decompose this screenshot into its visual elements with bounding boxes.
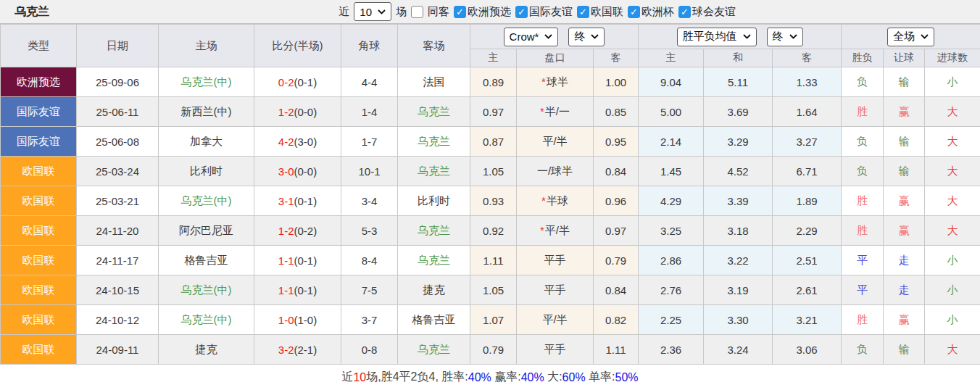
cell-handicap: 平/半 xyxy=(517,305,594,335)
cell-score: 1-1(0-1) xyxy=(254,246,341,275)
cell-result-wdl: 胜 xyxy=(842,186,884,216)
cell-odds-home: 1.07 xyxy=(470,305,517,335)
cell-handicap: 一/球半 xyxy=(517,157,594,186)
cell-home: 乌克兰(中) xyxy=(159,305,254,335)
fulltime-score: 3-2 xyxy=(278,344,294,356)
check-icon: ✓ xyxy=(681,7,689,17)
cell-odds-away: 0.96 xyxy=(594,186,639,216)
chevron-down-icon xyxy=(743,34,751,39)
match-row: 欧国联25-03-21乌克兰(中)3-1(0-1)3-4比利时0.93*半球0.… xyxy=(1,186,980,216)
match-row: 欧国联25-03-24比利时3-0(0-0)10-1乌克兰1.05一/球半0.8… xyxy=(1,157,980,186)
summary-segment: 胜率: xyxy=(441,370,468,385)
chevron-down-icon xyxy=(378,9,386,14)
cell-result-wdl: 胜 xyxy=(842,216,884,246)
filter-intl-friendly[interactable]: ✓ 国际友谊 xyxy=(515,5,573,19)
filter-euro-qualifiers[interactable]: ✓ 欧洲预选 xyxy=(454,5,511,19)
chevron-down-icon xyxy=(921,34,929,39)
cell-score: 3-0(0-0) xyxy=(254,157,341,186)
recent-count-select[interactable]: 10 xyxy=(354,2,391,21)
cell-odds-home: 0.79 xyxy=(470,335,517,365)
cell-away: 乌克兰 xyxy=(398,335,470,365)
nations-league-checkbox[interactable]: ✓ xyxy=(577,6,589,18)
cell-corner: 5-3 xyxy=(341,216,398,246)
cell-score: 1-0(1-0) xyxy=(254,305,341,335)
avg-state-select-value: 终 xyxy=(773,30,784,43)
cell-away: 乌克兰 xyxy=(398,216,470,246)
cell-home: 乌克兰(中) xyxy=(159,275,254,305)
filter-nations-league[interactable]: ✓ 欧国联 xyxy=(577,5,623,19)
match-table-body: 欧洲预选25-09-06乌克兰(中)0-2(0-1)4-4法国0.89*球半1.… xyxy=(1,67,980,365)
cell-handicap: 平手 xyxy=(517,246,594,275)
handicap-text: 平手 xyxy=(544,343,566,355)
cell-corner: 1-7 xyxy=(341,127,398,157)
odds-state-select[interactable]: 终 xyxy=(568,28,605,46)
cell-date: 25-03-24 xyxy=(77,157,159,186)
cell-corner: 1-4 xyxy=(341,97,398,127)
scope-select[interactable]: 全场 xyxy=(887,28,934,46)
star-icon: * xyxy=(541,194,546,207)
cell-result-wdl: 负 xyxy=(842,67,884,97)
subcol-avg-draw: 和 xyxy=(704,49,773,67)
cell-score: 4-2(3-0) xyxy=(254,127,341,157)
cell-avg-draw: 3.19 xyxy=(704,275,773,305)
cell-home: 阿尔巴尼亚 xyxy=(159,216,254,246)
halftime-score: (0-1) xyxy=(294,76,317,88)
summary-segment: 大: xyxy=(544,370,562,385)
recent-count-value: 10 xyxy=(360,6,372,18)
summary-segment: 40% xyxy=(521,371,544,384)
col-score: 比分(半场) xyxy=(254,25,341,67)
bookmaker-select-value: Crow* xyxy=(510,30,539,43)
cell-avg-lose: 3.27 xyxy=(773,127,842,157)
avg-type-select[interactable]: 胜平负均值 xyxy=(677,28,757,46)
cell-odds-away: 1.00 xyxy=(594,67,639,97)
same-away-checkbox[interactable] xyxy=(411,6,423,18)
filter-club-friendly[interactable]: ✓ 球会友谊 xyxy=(678,5,736,19)
cell-result-wdl: 负 xyxy=(842,335,884,365)
club-friendly-checkbox[interactable]: ✓ xyxy=(678,6,691,18)
cell-result-let: 走 xyxy=(884,275,925,305)
check-icon: ✓ xyxy=(518,7,526,17)
cell-corner: 10-1 xyxy=(341,157,398,186)
cell-score: 1-1(0-1) xyxy=(254,275,341,305)
cell-result-let: 赢 xyxy=(884,305,925,335)
cell-odds-home: 0.93 xyxy=(470,186,517,216)
filter-euro-cup[interactable]: ✓ 欧洲杯 xyxy=(628,5,674,19)
cell-avg-win: 1.45 xyxy=(639,157,704,186)
subcol-handicap: 盘口 xyxy=(517,49,594,67)
cell-date: 25-06-08 xyxy=(77,127,159,157)
cell-result-goals: 小 xyxy=(925,305,980,335)
halftime-score: (0-1) xyxy=(294,195,317,207)
chevron-down-icon xyxy=(544,34,552,39)
handicap-text: 半球 xyxy=(547,194,568,207)
handicap-text: 平/半 xyxy=(545,224,570,236)
cell-result-wdl: 胜 xyxy=(842,305,884,335)
cell-odds-away: 0.95 xyxy=(594,127,639,157)
col-corner: 角球 xyxy=(341,25,398,67)
subcol-odds-away: 客 xyxy=(594,49,639,67)
page-title: 乌克兰 xyxy=(14,4,49,20)
cell-corner: 8-4 xyxy=(341,246,398,275)
cell-score: 1-2(0-0) xyxy=(254,97,341,127)
cell-date: 25-09-06 xyxy=(77,67,159,97)
recent-label: 近 xyxy=(339,5,349,19)
cell-home: 加拿大 xyxy=(159,127,254,157)
cell-odds-home: 0.89 xyxy=(470,67,517,97)
euro-qualifiers-checkbox[interactable]: ✓ xyxy=(454,6,466,18)
cell-result-goals: 大 xyxy=(925,157,980,186)
euro-cup-checkbox[interactable]: ✓ xyxy=(628,6,640,18)
handicap-text: 平/半 xyxy=(542,313,567,325)
cell-type: 欧洲预选 xyxy=(1,67,77,97)
cell-result-let: 输 xyxy=(884,67,925,97)
fulltime-score: 1-2 xyxy=(278,106,294,118)
subcol-result-let: 让球 xyxy=(884,49,925,67)
handicap-text: 平/半 xyxy=(542,135,567,147)
top-filter-bar: 乌克兰 近 10 场 同客 ✓ 欧洲预选 ✓ 国际友谊 ✓ 欧国联 ✓ 欧洲杯 … xyxy=(0,0,980,24)
col-home: 主场 xyxy=(159,25,254,67)
intl-friendly-checkbox[interactable]: ✓ xyxy=(515,6,528,18)
cell-avg-draw: 3.22 xyxy=(704,246,773,275)
cell-away: 乌克兰 xyxy=(398,97,470,127)
bookmaker-select[interactable]: Crow* xyxy=(504,28,559,46)
avg-state-select[interactable]: 终 xyxy=(767,28,803,46)
cell-home: 格鲁吉亚 xyxy=(159,246,254,275)
cell-avg-draw: 3.39 xyxy=(704,186,773,216)
